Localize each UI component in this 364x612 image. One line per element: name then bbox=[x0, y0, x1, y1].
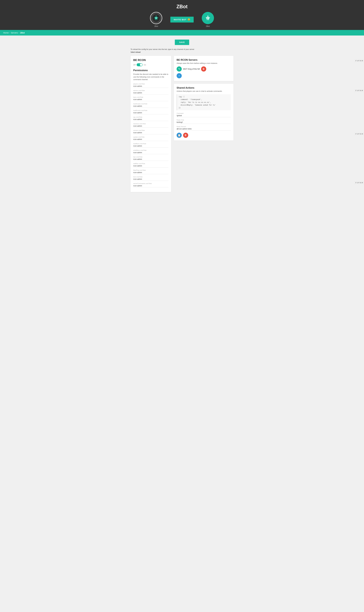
bot-right-label: ZBot bbox=[206, 25, 210, 27]
plus-icon: + bbox=[179, 74, 180, 77]
svg-rect-21 bbox=[208, 19, 209, 20]
perm-field-5: say cmd Rolercon-admin bbox=[133, 116, 169, 121]
shared-actions-card: Shared Actions Actions that players can … bbox=[174, 84, 234, 141]
right-col: BE RCON Servers Always save this form be… bbox=[174, 56, 234, 141]
code-line-4: discordReply: 'Someone asked for ts' bbox=[179, 104, 229, 106]
code-line-2: command: '!teamspeak', bbox=[179, 98, 229, 101]
breadcrumb-current: ZBot bbox=[20, 32, 25, 34]
header-content: Z ZBot INVITE BOT 😀 bbox=[135, 12, 229, 27]
perm-label-2: bans cmd Role bbox=[133, 96, 169, 98]
perm-field-14: kick cmd Rolercon-admin bbox=[133, 176, 169, 181]
perm-label-12: addBan cmd Role bbox=[133, 163, 169, 164]
toggle-row: Off On bbox=[133, 63, 169, 66]
perm-value-7: rcon-admin bbox=[133, 132, 169, 134]
breadcrumb-sep-2: › bbox=[19, 32, 19, 34]
perm-field-15: serverCommands cmd Rolercon-admin bbox=[133, 183, 169, 187]
save-button[interactable]: SAVE bbox=[175, 40, 189, 45]
bot-avatar-right: Z bbox=[202, 12, 214, 24]
perm-label-4: loadEvents cmd Role bbox=[133, 110, 169, 111]
svg-point-6 bbox=[156, 16, 156, 16]
perm-field-11: ban cmd Rolercon-admin bbox=[133, 156, 169, 161]
server-name: MGT King of the hill bbox=[183, 68, 200, 70]
code-line-3: reply: 'Our ts is xx.xx.xx.xx', bbox=[179, 101, 229, 104]
delete-action-button[interactable]: 🗑 bbox=[183, 133, 188, 138]
breadcrumb-home[interactable]: Home bbox=[3, 32, 9, 34]
delete-server-button[interactable]: 🗑 bbox=[201, 67, 206, 72]
ip-badge-1: 37.187.56.99 bbox=[354, 60, 364, 62]
perm-label-3: loadScripts cmd Role bbox=[133, 103, 169, 105]
perm-field-6: missions cmd Rolercon-admin bbox=[133, 123, 169, 128]
perm-label-6: missions cmd Role bbox=[133, 123, 169, 125]
toggle-thumb bbox=[140, 64, 142, 66]
copy-icon: 📋 bbox=[178, 134, 181, 137]
robot-left-icon: Z bbox=[152, 14, 160, 22]
svg-text:Z: Z bbox=[208, 17, 208, 19]
svg-rect-7 bbox=[154, 17, 155, 18]
reply-discord-field: Reply Discord @rcon-admin hehe bbox=[177, 126, 231, 131]
reply-chat-label: Reply Chat bbox=[177, 119, 231, 121]
perm-label-15: serverCommands cmd Role bbox=[133, 183, 169, 184]
perm-value-6: rcon-admin bbox=[133, 125, 169, 128]
perm-field-7: version cmd Rolercon-admin bbox=[133, 130, 169, 134]
perm-field-0: players cmd Rolercon-admin bbox=[133, 83, 169, 88]
code-example: (eg: [ command: '!teamspeak', reply: 'Ou… bbox=[177, 94, 231, 110]
pencil-icon: ✎ bbox=[178, 67, 180, 70]
ip-badge-2: 37.187.56.99 bbox=[354, 89, 364, 92]
perm-label-9: loadBans cmd Role bbox=[133, 143, 169, 145]
copy-action-button[interactable]: 📋 bbox=[177, 133, 182, 138]
reply-chat-value: testing2 bbox=[177, 121, 231, 124]
breadcrumb-servers[interactable]: Servers bbox=[11, 32, 18, 34]
rcon-servers-title: BE RCON Servers bbox=[177, 59, 231, 61]
perm-label-11: ban cmd Role bbox=[133, 156, 169, 158]
robot-right-icon: Z bbox=[204, 14, 212, 22]
ip-badge-4: 37.187.56.99 bbox=[354, 182, 364, 184]
invite-bot-label: INVITE BOT bbox=[174, 18, 186, 21]
trash-icon: 🗑 bbox=[202, 68, 205, 70]
permissions-desc: Provide the discord role needed to be ab… bbox=[133, 73, 169, 81]
svg-text:Z: Z bbox=[156, 17, 156, 19]
perm-value-8: rcon-admin bbox=[133, 138, 169, 141]
perm-label-1: admins cmd Role bbox=[133, 90, 169, 91]
header: ZBot Z ZBot bbox=[0, 0, 364, 30]
ip-badge-3: 37.187.56.99 bbox=[354, 133, 364, 135]
cards-row: BE RCON Off On Permissions Provide the d… bbox=[130, 56, 234, 192]
rcon-servers-subtitle: Always save this form before editing a r… bbox=[177, 62, 231, 64]
perm-field-9: loadBans cmd Rolercon-admin bbox=[133, 143, 169, 147]
add-server-row: + bbox=[177, 73, 231, 78]
action-buttons-row: 📋 🗑 bbox=[177, 133, 231, 138]
invite-bot-button[interactable]: INVITE BOT 😀 bbox=[170, 17, 194, 23]
perm-value-11: rcon-admin bbox=[133, 158, 169, 161]
svg-rect-19 bbox=[209, 17, 210, 18]
permissions-fields: players cmd Rolercon-adminadmins cmd Rol… bbox=[133, 83, 169, 187]
perm-value-15: rcon-admin bbox=[133, 185, 169, 187]
perm-value-3: rcon-admin bbox=[133, 105, 169, 108]
perm-value-13: rcon-admin bbox=[133, 172, 169, 174]
reply-discord-label: Reply Discord bbox=[177, 126, 231, 127]
perm-value-4: rcon-admin bbox=[133, 112, 169, 114]
perm-label-8: update cmd Role bbox=[133, 136, 169, 138]
perm-field-12: addBan cmd Rolercon-admin bbox=[133, 163, 169, 168]
perm-field-10: writeBans cmd Rolercon-admin bbox=[133, 149, 169, 154]
page-title: ZBot bbox=[176, 4, 188, 10]
perm-value-5: rcon-admin bbox=[133, 118, 169, 121]
svg-rect-14 bbox=[208, 17, 209, 18]
smiley-icon: 😀 bbox=[188, 18, 190, 21]
toggle-off-label: Off bbox=[133, 64, 136, 66]
reply-discord-value: @rcon-admin hehe bbox=[177, 128, 231, 131]
rcon-servers-card: BE RCON Servers Always save this form be… bbox=[174, 56, 234, 81]
perm-field-8: update cmd Rolercon-admin bbox=[133, 136, 169, 141]
add-server-button[interactable]: + bbox=[177, 73, 182, 78]
toggle-on-label: On bbox=[144, 64, 146, 66]
shared-actions-title: Shared Actions bbox=[177, 86, 231, 89]
perm-field-1: admins cmd Rolercon-admin bbox=[133, 90, 169, 94]
rcon-toggle[interactable] bbox=[137, 63, 143, 66]
perm-value-10: rcon-admin bbox=[133, 151, 169, 154]
svg-rect-8 bbox=[157, 17, 158, 18]
perm-label-10: writeBans cmd Role bbox=[133, 149, 169, 151]
perm-label-0: players cmd Role bbox=[133, 83, 169, 85]
perm-field-13: MaxPing cmd Rolercon-admin bbox=[133, 169, 169, 174]
perm-label-5: say cmd Role bbox=[133, 116, 169, 118]
svg-rect-20 bbox=[207, 19, 208, 20]
edit-server-button[interactable]: ✎ bbox=[177, 67, 182, 72]
svg-point-17 bbox=[208, 16, 208, 16]
